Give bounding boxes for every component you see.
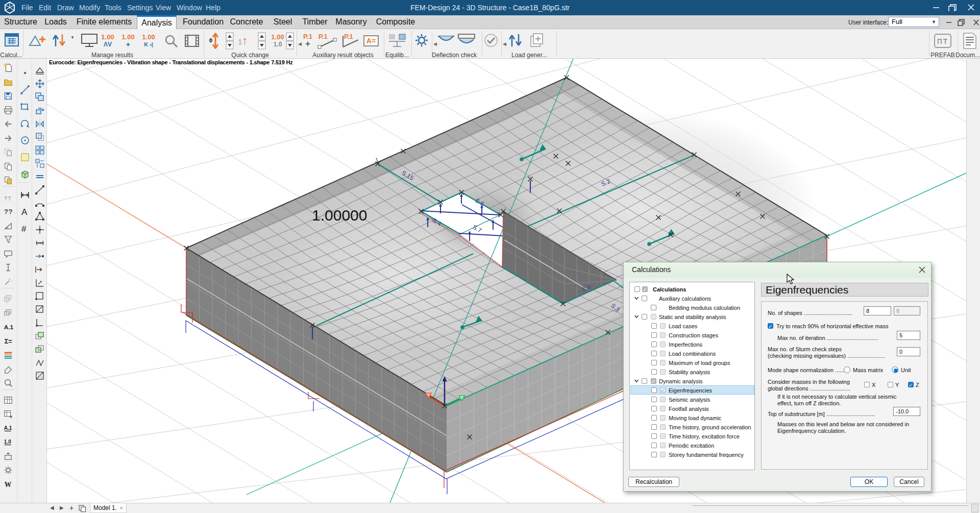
svg-text:A.1: A.1 — [4, 425, 12, 430]
svg-text:W: W — [5, 481, 12, 488]
svg-text:P.1: P.1 — [318, 33, 328, 40]
svg-text:??: ?? — [4, 208, 13, 215]
svg-text:Σ=: Σ= — [5, 337, 12, 345]
svg-text:A: A — [21, 207, 28, 217]
svg-text:#: # — [21, 224, 27, 234]
svg-text:1.0: 1.0 — [4, 439, 11, 445]
svg-text:A.1: A.1 — [4, 324, 13, 331]
svg-text:1.00000: 1.00000 — [312, 207, 367, 224]
svg-text:P.1: P.1 — [344, 33, 353, 40]
